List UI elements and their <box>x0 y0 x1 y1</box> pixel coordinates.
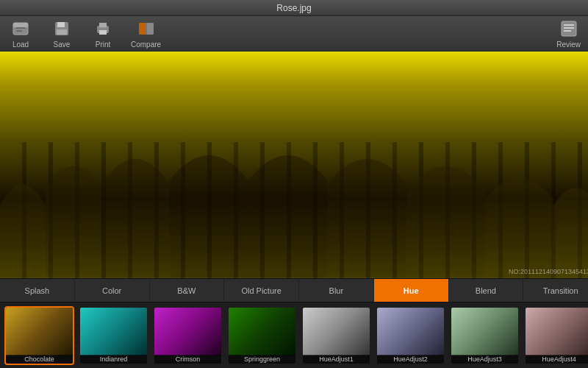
thumb-hue2-img <box>377 308 444 355</box>
compare-button[interactable]: Compare <box>131 18 161 49</box>
thumb-crimson-img <box>154 308 221 355</box>
print-label: Print <box>96 40 111 49</box>
thumb-indianred-img <box>80 308 147 355</box>
thumb-chocolate[interactable]: Chocolate <box>4 306 74 365</box>
load-icon <box>10 18 31 39</box>
titlebar: Rose.jpg <box>0 0 588 16</box>
tab-hue[interactable]: Hue <box>374 279 449 302</box>
window-title: Rose.jpg <box>276 3 311 13</box>
thumb-hue1-img <box>303 308 370 355</box>
svg-rect-15 <box>564 27 574 29</box>
svg-rect-16 <box>564 30 571 32</box>
thumb-hue2[interactable]: HueAdjust2 <box>376 306 445 365</box>
save-label: Save <box>54 40 71 49</box>
thumb-hue1[interactable]: HueAdjust1 <box>301 306 371 365</box>
thumbnails-row: Chocolate Indianred Crimson Springgreen … <box>0 302 588 368</box>
tab-splash[interactable]: Splash <box>0 279 75 302</box>
svg-rect-10 <box>139 23 146 35</box>
save-icon <box>51 18 72 39</box>
review-button[interactable]: Review <box>556 18 581 49</box>
svg-rect-9 <box>99 30 107 35</box>
thumb-crimson[interactable]: Crimson <box>153 306 223 365</box>
thumb-springgreen-label: Springgreen <box>229 355 295 364</box>
thumb-indianred[interactable]: Indianred <box>79 306 148 365</box>
left-panel: NO:20111214090713454134 Splash Color B&W… <box>0 52 588 368</box>
toolbar: Load Save Print C <box>0 16 588 52</box>
svg-rect-14 <box>564 24 574 26</box>
thumb-hue2-label: HueAdjust2 <box>377 355 444 364</box>
tab-color[interactable]: Color <box>75 279 150 302</box>
image-area: NO:20111214090713454134 <box>0 52 588 278</box>
compare-label: Compare <box>131 40 161 49</box>
print-button[interactable]: Print <box>90 18 116 49</box>
svg-rect-3 <box>16 30 22 32</box>
thumb-springgreen-img <box>229 308 295 355</box>
thumb-hue4-img <box>526 308 588 355</box>
tab-bw[interactable]: B&W <box>150 279 225 302</box>
tab-oldpicture[interactable]: Old Picture <box>224 279 299 302</box>
thumb-hue1-label: HueAdjust1 <box>303 355 370 364</box>
thumb-hue4-label: HueAdjust4 <box>526 355 588 364</box>
load-button[interactable]: Load <box>7 18 34 49</box>
review-label: Review <box>556 40 581 49</box>
svg-rect-8 <box>99 23 107 27</box>
image-watermark: NO:20111214090713454134 <box>509 268 588 275</box>
tab-blend[interactable]: Blend <box>449 279 524 302</box>
tab-transition[interactable]: Transition <box>523 279 588 302</box>
thumb-chocolate-label: Chocolate <box>6 355 73 364</box>
thumb-hue4[interactable]: HueAdjust4 <box>524 306 588 365</box>
main-area: NO:20111214090713454134 Splash Color B&W… <box>0 52 588 368</box>
svg-rect-5 <box>57 22 65 27</box>
print-icon <box>93 18 113 39</box>
thumb-springgreen[interactable]: Springgreen <box>227 306 297 365</box>
save-button[interactable]: Save <box>49 18 75 49</box>
thumb-crimson-label: Crimson <box>154 355 221 364</box>
thumb-indianred-label: Indianred <box>80 355 147 364</box>
effect-tabs: Splash Color B&W Old Picture Blur Hue Bl… <box>0 278 588 302</box>
compare-icon <box>136 18 157 39</box>
review-icon <box>559 18 579 39</box>
tab-blur[interactable]: Blur <box>299 279 374 302</box>
load-label: Load <box>12 40 29 49</box>
svg-rect-11 <box>147 23 154 35</box>
main-image <box>0 52 588 278</box>
thumb-chocolate-img <box>6 308 73 355</box>
svg-rect-6 <box>57 29 67 35</box>
thumb-hue3-img <box>451 308 518 355</box>
svg-rect-2 <box>16 27 25 29</box>
svg-rect-1 <box>13 23 28 27</box>
thumb-hue3[interactable]: HueAdjust3 <box>450 306 520 365</box>
thumb-hue3-label: HueAdjust3 <box>451 355 518 364</box>
